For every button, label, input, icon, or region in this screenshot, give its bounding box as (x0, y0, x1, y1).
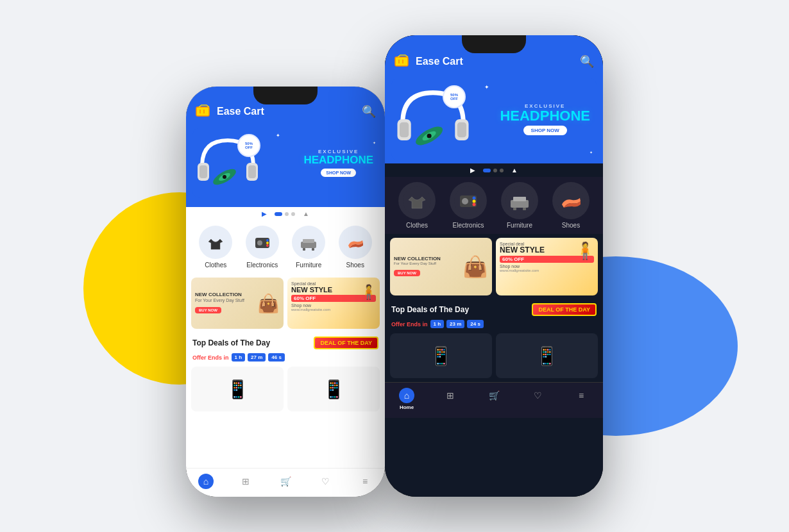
nav-home-1[interactable]: ⌂ (198, 474, 214, 489)
play-btn-1[interactable]: ▶ (262, 210, 267, 217)
nav-menu-1[interactable]: ≡ (357, 474, 373, 489)
model-icon-1: 🧍 (360, 284, 377, 301)
nav-menu-2[interactable]: ≡ (573, 388, 589, 410)
cart-icon-1: 🛒 (278, 474, 293, 489)
svg-rect-20 (303, 248, 305, 251)
offer-label-2: Offer Ends in (391, 321, 428, 328)
home-icon-2: ⌂ (399, 388, 414, 403)
clothes-label-2: Clothes (406, 222, 428, 229)
furniture-icon-2 (501, 182, 538, 219)
dot-1 (285, 212, 289, 216)
category-electronics-1[interactable]: Electronics (246, 226, 279, 269)
category-clothes-2[interactable]: Clothes (398, 182, 436, 229)
nav-wish-2[interactable]: ♡ (530, 388, 545, 410)
category-clothes-1[interactable]: Clothes (199, 226, 232, 269)
furniture-label-1: Furniture (296, 262, 321, 269)
clothes-label-1: Clothes (205, 262, 226, 269)
promo-left-sub-2: For Your Every Day Stuff (394, 262, 462, 265)
category-shoes-2[interactable]: Shoes (552, 182, 590, 229)
search-icon-2[interactable]: 🔍 (580, 54, 594, 69)
website-2: www.mallgreatsite.com (500, 269, 594, 272)
nav-cart-2[interactable]: 🛒 (486, 388, 502, 410)
home-icon-1: ⌂ (198, 474, 214, 489)
svg-point-36 (462, 198, 468, 204)
grid-icon-1: ⊞ (238, 474, 253, 489)
offer-ends-2: Offer Ends in 1 h 23 m 24 s (385, 319, 603, 331)
wish-icon-2: ♡ (530, 388, 545, 403)
buy-now-1[interactable]: BUY NOW (195, 307, 221, 313)
deals-header-2: Top Deals of The Day DEAL OF THE DAY (385, 299, 603, 319)
category-furniture-2[interactable]: Furniture (501, 182, 538, 229)
products-row-1: 📱 📱 (186, 364, 385, 415)
deals-title-1: Top Deals of The Day (192, 338, 270, 347)
svg-rect-44 (523, 208, 526, 210)
nav-grid-1[interactable]: ⊞ (238, 474, 253, 489)
product-1-1[interactable]: 📱 (191, 367, 284, 411)
product-2-1[interactable]: 📱 (390, 333, 492, 378)
banner-1: 50% OFF EXCLUSIVE HEADPHONE SHOP NOW ✦ ✦ (186, 124, 385, 207)
app-title-1: Ease Cart (217, 106, 264, 117)
bottom-nav-1: ⌂ ⊞ 🛒 ♡ ≡ (186, 468, 385, 497)
product-1-2[interactable]: 📱 (287, 367, 380, 411)
time-h-2: 1 h (430, 320, 445, 328)
deals-header-1: Top Deals of The Day DEAL OF THE DAY (186, 333, 385, 352)
svg-point-38 (473, 200, 476, 203)
banner-2: 50% OFF EXCLUSIVE HEADPHONE SHOP NOW ✦ ✦ (385, 74, 603, 163)
bottom-nav-2: ⌂ Home ⊞ 🛒 ♡ ≡ (385, 382, 603, 418)
slider-controls-1: ▶ ▲ (186, 207, 385, 220)
nav-grid-2[interactable]: ⊞ (443, 388, 458, 410)
play-btn-2[interactable]: ▶ (470, 167, 475, 174)
category-furniture-1[interactable]: Furniture (292, 226, 325, 269)
category-electronics-2[interactable]: Electronics (450, 182, 487, 229)
nav-cart-1[interactable]: 🛒 (278, 474, 293, 489)
shop-now-promo-2[interactable]: Shop now (500, 264, 594, 269)
logo-area-2: Ease Cart (394, 54, 463, 69)
svg-rect-42 (513, 197, 526, 201)
nav-wish-1[interactable]: ♡ (318, 474, 333, 489)
svg-point-13 (257, 240, 262, 245)
svg-point-39 (473, 203, 476, 206)
furniture-icon-1 (292, 226, 325, 259)
categories-2: Clothes Electronics (385, 177, 603, 234)
offer-ends-1: Offer Ends in 1 h 27 m 46 s (186, 352, 385, 364)
shoes-label-2: Shoes (562, 222, 580, 229)
logo-icon-1 (195, 104, 213, 119)
product-2-2[interactable]: 📱 (496, 333, 598, 378)
arrow-btn-2[interactable]: ▲ (511, 167, 518, 174)
home-label-2: Home (400, 404, 414, 410)
time-m-1: 27 m (248, 353, 266, 362)
promo-right-1[interactable]: Special deal NEW STYLE 60% OFF Shop now … (287, 278, 380, 329)
dot-2 (291, 212, 295, 216)
deal-badge-2: DEAL OF THE DAY (532, 303, 597, 316)
shoes-icon-1 (339, 226, 372, 259)
time-s-2: 24 s (467, 320, 484, 328)
shop-now-2[interactable]: SHOP NOW (500, 123, 590, 135)
shop-now-1[interactable]: SHOP NOW (303, 165, 373, 177)
grid-icon-2: ⊞ (443, 388, 458, 403)
shop-now-promo-1[interactable]: Shop now (291, 303, 376, 308)
buy-now-2[interactable]: BUY NOW (394, 270, 420, 276)
banner-text-2: EXCLUSIVE HEADPHONE SHOP NOW (500, 103, 590, 135)
svg-point-32 (427, 133, 432, 138)
category-shoes-1[interactable]: Shoes (339, 226, 372, 269)
promo-left-title-1: NEW COLLECTION (195, 292, 257, 298)
logo-area-1: Ease Cart (195, 104, 264, 119)
svg-point-15 (266, 242, 269, 244)
arrow-btn-1[interactable]: ▲ (303, 210, 309, 217)
screen-1: Ease Cart 🔍 (186, 87, 385, 497)
deal-badge-1: DEAL OF THE DAY (314, 337, 378, 349)
nav-home-2[interactable]: ⌂ Home (399, 388, 414, 410)
promo-right-2[interactable]: Special deal NEW STYLE 60% OFF Shop now … (496, 238, 598, 295)
search-icon-1[interactable]: 🔍 (362, 104, 376, 119)
promo-left-2[interactable]: NEW COLLECTION For Your Every Day Stuff … (390, 238, 492, 295)
banner-text-1: EXCLUSIVE HEADPHONE SHOP NOW (303, 149, 373, 177)
dot-active-1 (275, 212, 282, 216)
promo-left-1[interactable]: NEW COLLECTION For Your Every Day Stuff … (191, 278, 284, 329)
clothes-icon-2 (398, 182, 436, 219)
promo-left-title-2: NEW COLLECTION (394, 256, 462, 262)
badge-50-2: 50% OFF (443, 85, 466, 108)
dot-3 (493, 169, 497, 172)
promo-row-2: NEW COLLECTION For Your Every Day Stuff … (385, 234, 603, 299)
menu-icon-1: ≡ (357, 474, 373, 489)
time-m-2: 23 m (446, 320, 464, 328)
